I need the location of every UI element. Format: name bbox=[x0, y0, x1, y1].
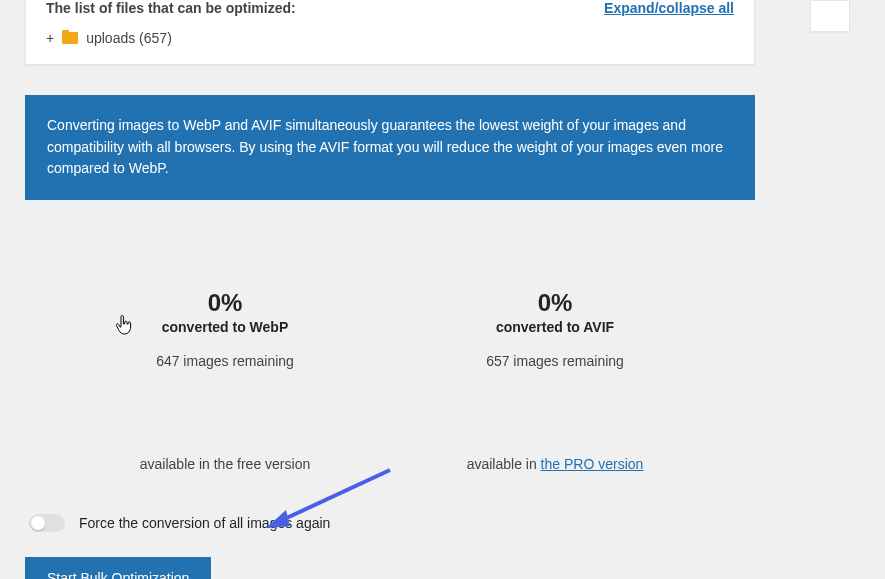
folder-row[interactable]: + uploads (657) bbox=[46, 24, 734, 46]
webp-percent: 0% bbox=[208, 289, 243, 317]
force-toggle-label: Force the conversion of all images again bbox=[79, 515, 330, 531]
avif-remaining: 657 images remaining bbox=[486, 353, 624, 369]
info-banner: Converting images to WebP and AVIF simul… bbox=[25, 95, 755, 200]
webp-stat-circle: 0% converted to WebP 647 images remainin… bbox=[128, 232, 322, 426]
avif-availability: available in the PRO version bbox=[467, 456, 644, 472]
webp-availability: available in the free version bbox=[140, 456, 310, 472]
file-list-title: The list of files that can be optimized: bbox=[46, 0, 296, 16]
avif-label: converted to AVIF bbox=[496, 319, 614, 335]
force-toggle-row: Force the conversion of all images again bbox=[29, 514, 755, 532]
webp-stat-column: 0% converted to WebP 647 images remainin… bbox=[95, 232, 355, 472]
folder-name: uploads (657) bbox=[86, 30, 172, 46]
webp-label: converted to WebP bbox=[162, 319, 289, 335]
avif-stat-column: 0% converted to AVIF 657 images remainin… bbox=[425, 232, 685, 472]
pro-version-link[interactable]: the PRO version bbox=[541, 456, 644, 472]
expand-icon[interactable]: + bbox=[46, 30, 54, 46]
avif-stat-circle: 0% converted to AVIF 657 images remainin… bbox=[458, 232, 652, 426]
webp-remaining: 647 images remaining bbox=[156, 353, 294, 369]
expand-collapse-link[interactable]: Expand/collapse all bbox=[604, 0, 734, 16]
sidebar-widget bbox=[810, 0, 850, 32]
toggle-knob bbox=[31, 516, 45, 530]
stats-row: 0% converted to WebP 647 images remainin… bbox=[25, 232, 755, 472]
avif-percent: 0% bbox=[538, 289, 573, 317]
file-list-card: The list of files that can be optimized:… bbox=[25, 0, 755, 65]
folder-icon bbox=[62, 32, 78, 44]
force-conversion-toggle[interactable] bbox=[29, 514, 65, 532]
start-bulk-optimization-button[interactable]: Start Bulk Optimization bbox=[25, 557, 211, 579]
